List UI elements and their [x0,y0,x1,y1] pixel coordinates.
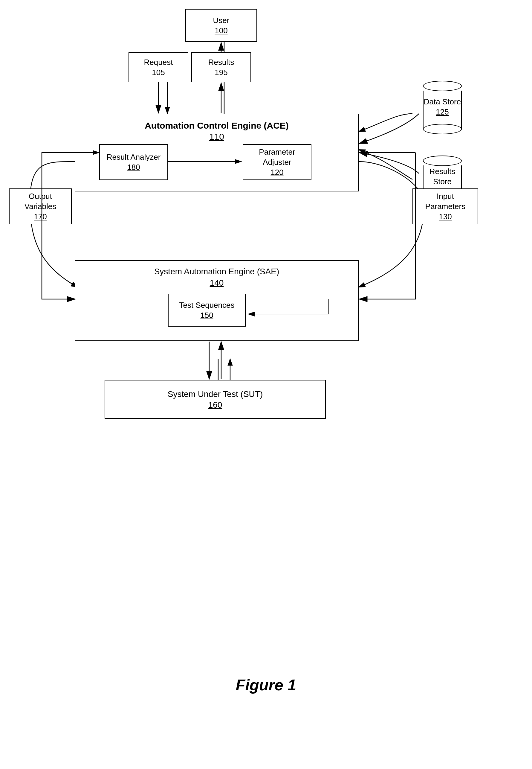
parameter-adjuster-label: ParameterAdjuster [259,147,295,167]
user-number: 100 [215,26,227,35]
user-label: User [213,16,230,26]
request-box: Request 105 [129,52,188,82]
sae-number: 140 [210,278,224,288]
parameter-adjuster-box: ParameterAdjuster 120 [243,144,311,180]
sut-label: System Under Test (SUT) [168,389,263,400]
figure-caption: Figure 1 [0,676,532,694]
output-variables-label: OutputVariables [25,191,56,212]
results-store-label: Results Store [424,166,461,187]
results-number: 195 [215,68,227,77]
result-analyzer-box: Result Analyzer 180 [99,144,168,180]
input-parameters-box: InputParameters 130 [412,188,478,224]
ace-number: 110 [209,131,224,141]
parameter-adjuster-number: 120 [270,168,283,177]
sae-box: System Automation Engine (SAE) 140 Test … [75,260,359,341]
test-sequences-number: 150 [200,311,213,320]
input-parameters-number: 130 [439,212,452,221]
diagram: User 100 Request 105 Results 195 Automat… [0,0,532,718]
results-label: Results [208,57,234,68]
request-number: 105 [152,68,165,77]
result-analyzer-label: Result Analyzer [107,152,161,162]
output-variables-box: OutputVariables 170 [9,188,72,224]
figure-title: Figure 1 [236,676,296,694]
sut-box: System Under Test (SUT) 160 [105,380,326,419]
output-variables-number: 170 [34,212,47,221]
test-sequences-label: Test Sequences [179,300,234,311]
input-parameters-label: InputParameters [425,191,465,212]
data-store-cylinder: Data Store 125 [418,81,466,129]
user-box: User 100 [185,9,257,42]
sae-label: System Automation Engine (SAE) [154,267,279,276]
data-store-number: 125 [424,107,461,117]
sut-number: 160 [208,400,222,410]
ace-label: Automation Control Engine (ACE) [145,120,289,130]
result-analyzer-number: 180 [127,163,140,172]
ace-box: Automation Control Engine (ACE) 110 Resu… [75,114,359,191]
request-label: Request [144,57,173,68]
test-sequences-box: Test Sequences 150 [168,294,246,327]
data-store-label: Data Store [424,97,461,107]
results-box: Results 195 [191,52,251,82]
